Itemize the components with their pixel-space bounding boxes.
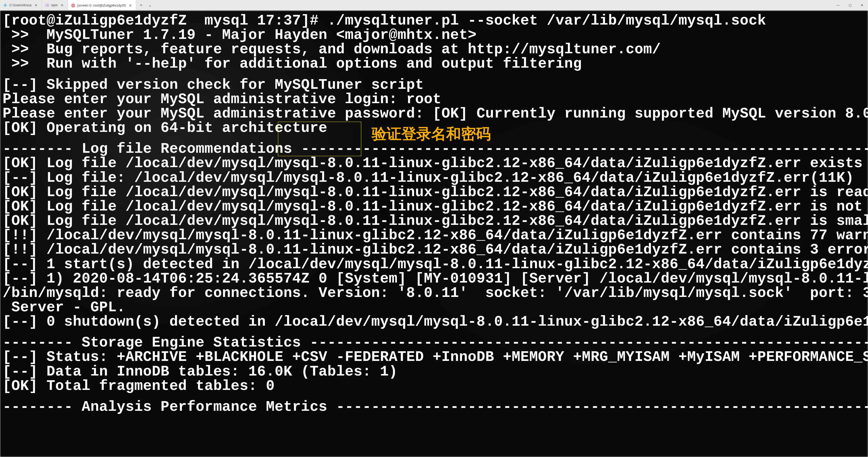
terminal-line: Please enter your MySQL administrative p… — [3, 106, 865, 121]
list-icon — [45, 3, 49, 7]
tab-strip: C:\Users\fcsca ✕ npm ✕ — [0, 0, 832, 10]
minimize-button[interactable]: — — [832, 0, 844, 10]
terminal-line: [--] Status: +ARCHIVE +BLACKHOLE +CSV -F… — [3, 350, 865, 364]
terminal-line: [--] 1) 2020-08-14T06:25:24.365574Z 0 [S… — [3, 271, 865, 286]
terminal-line: [--] Skipped version check for MySQLTune… — [3, 78, 865, 92]
terminal-line: Please enter your MySQL administrative l… — [3, 92, 865, 106]
terminal-line: [OK] Log file /local/dev/mysql/mysql-8.0… — [3, 214, 865, 228]
terminal-output: [root@iZuligp6e1dyzfZ mysql 17:37]# ./my… — [0, 10, 868, 417]
annotation-label: 验证登录名和密码 — [372, 124, 491, 144]
globe-icon — [71, 3, 75, 7]
terminal-line: [!!] /local/dev/mysql/mysql-8.0.11-linux… — [3, 242, 865, 257]
title-bar: C:\Users\fcsca ✕ npm ✕ — [0, 0, 868, 10]
tab-npm[interactable]: npm ✕ — [42, 0, 68, 10]
tab-label: [screen 0: root@iZuligp6e1dyzfz — [77, 3, 126, 7]
tab-explorer[interactable]: C:\Users\fcsca ✕ — [0, 0, 42, 10]
svg-rect-3 — [46, 5, 49, 5]
terminal-line: [OK] Log file /local/dev/mysql/mysql-8.0… — [3, 156, 865, 170]
svg-rect-2 — [45, 5, 46, 5]
move-icon — [3, 3, 7, 7]
tab-dropdown-button[interactable]: ⌄ — [146, 0, 154, 10]
terminal-line: [OK] Log file /local/dev/mysql/mysql-8.0… — [3, 185, 865, 199]
terminal-line: [OK] Log file /local/dev/mysql/mysql-8.0… — [3, 199, 865, 214]
terminal-line: >> Bug reports, feature requests, and do… — [3, 42, 865, 57]
svg-rect-1 — [46, 4, 49, 4]
tab-label: npm — [51, 3, 58, 7]
svg-rect-5 — [46, 6, 49, 6]
terminal-viewport[interactable]: [root@iZuligp6e1dyzfZ mysql 17:37]# ./my… — [0, 10, 868, 457]
terminal-line: -------- Analysis Performance Metrics --… — [3, 400, 865, 414]
terminal-line: [--] Log file: /local/dev/mysql/mysql-8.… — [3, 171, 865, 185]
close-icon[interactable]: ✕ — [34, 3, 38, 7]
terminal-line: -------- Storage Engine Statistics -----… — [3, 335, 865, 350]
terminal-line: /bin/mysqld: ready for connections. Vers… — [3, 286, 865, 300]
terminal-line: [--] Data in InnoDB tables: 16.0K (Table… — [3, 364, 865, 379]
close-icon[interactable]: ✕ — [60, 3, 64, 7]
terminal-line: >> MySQLTuner 1.7.19 - Major Hayden <maj… — [3, 28, 865, 42]
terminal-line: >> Run with '--help' for additional opti… — [3, 57, 865, 71]
tab-label: C:\Users\fcsca — [9, 3, 32, 7]
window-controls: — ▢ ✕ — [832, 0, 868, 10]
terminal-line: [!!] /local/dev/mysql/mysql-8.0.11-linux… — [3, 228, 865, 242]
terminal-line: Server - GPL. — [3, 300, 865, 315]
new-tab-button[interactable]: + — [137, 0, 145, 10]
terminal-line: [root@iZuligp6e1dyzfZ mysql 17:37]# ./my… — [3, 13, 865, 28]
close-window-button[interactable]: ✕ — [856, 0, 868, 10]
svg-rect-0 — [45, 4, 46, 4]
tab-screen-root[interactable]: [screen 0: root@iZuligp6e1dyzfz ✕ — [68, 0, 136, 10]
svg-rect-4 — [45, 6, 46, 6]
terminal-line: [--] 0 shutdown(s) detected in /local/de… — [3, 315, 865, 329]
maximize-button[interactable]: ▢ — [844, 0, 856, 10]
tab-actions: + ⌄ — [136, 0, 155, 10]
terminal-line: [OK] Total fragmented tables: 0 — [3, 379, 865, 393]
terminal-line: [--] 1 start(s) detected in /local/dev/m… — [3, 257, 865, 271]
close-icon[interactable]: ✕ — [128, 3, 133, 8]
app-window: C:\Users\fcsca ✕ npm ✕ — [0, 0, 868, 457]
